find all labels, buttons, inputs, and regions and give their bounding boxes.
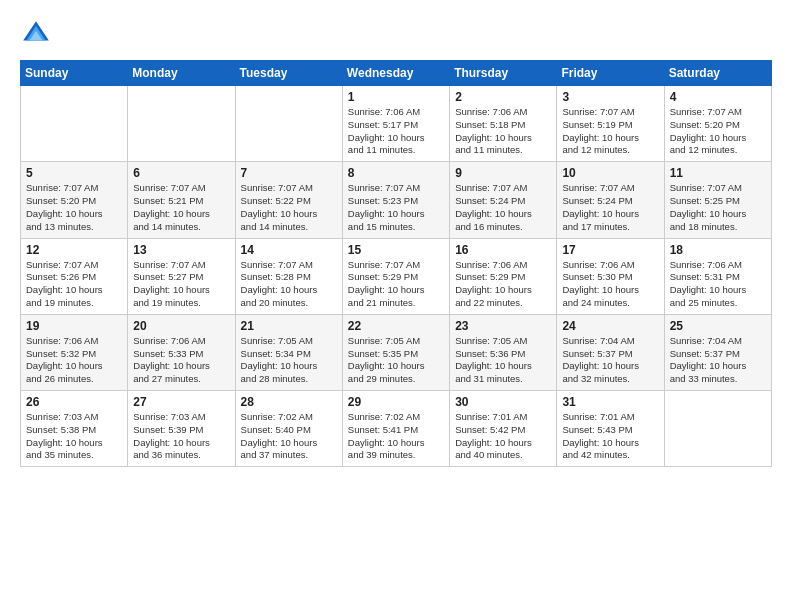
day-number: 16 <box>455 243 551 257</box>
day-cell: 5Sunrise: 7:07 AMSunset: 5:20 PMDaylight… <box>21 162 128 238</box>
day-cell <box>128 86 235 162</box>
day-number: 4 <box>670 90 766 104</box>
day-cell: 13Sunrise: 7:07 AMSunset: 5:27 PMDayligh… <box>128 238 235 314</box>
day-info: Sunrise: 7:07 AMSunset: 5:20 PMDaylight:… <box>670 106 766 157</box>
day-info: Sunrise: 7:01 AMSunset: 5:42 PMDaylight:… <box>455 411 551 462</box>
day-info: Sunrise: 7:07 AMSunset: 5:21 PMDaylight:… <box>133 182 229 233</box>
day-info: Sunrise: 7:05 AMSunset: 5:35 PMDaylight:… <box>348 335 444 386</box>
week-row-5: 26Sunrise: 7:03 AMSunset: 5:38 PMDayligh… <box>21 391 772 467</box>
day-info: Sunrise: 7:06 AMSunset: 5:33 PMDaylight:… <box>133 335 229 386</box>
day-cell: 25Sunrise: 7:04 AMSunset: 5:37 PMDayligh… <box>664 314 771 390</box>
day-info: Sunrise: 7:07 AMSunset: 5:22 PMDaylight:… <box>241 182 337 233</box>
day-number: 21 <box>241 319 337 333</box>
day-number: 9 <box>455 166 551 180</box>
day-number: 18 <box>670 243 766 257</box>
day-number: 6 <box>133 166 229 180</box>
day-info: Sunrise: 7:07 AMSunset: 5:28 PMDaylight:… <box>241 259 337 310</box>
day-info: Sunrise: 7:07 AMSunset: 5:24 PMDaylight:… <box>562 182 658 233</box>
day-number: 12 <box>26 243 122 257</box>
day-cell: 26Sunrise: 7:03 AMSunset: 5:38 PMDayligh… <box>21 391 128 467</box>
day-number: 15 <box>348 243 444 257</box>
day-number: 23 <box>455 319 551 333</box>
day-info: Sunrise: 7:07 AMSunset: 5:27 PMDaylight:… <box>133 259 229 310</box>
day-cell: 28Sunrise: 7:02 AMSunset: 5:40 PMDayligh… <box>235 391 342 467</box>
day-number: 3 <box>562 90 658 104</box>
day-cell: 1Sunrise: 7:06 AMSunset: 5:17 PMDaylight… <box>342 86 449 162</box>
day-info: Sunrise: 7:06 AMSunset: 5:31 PMDaylight:… <box>670 259 766 310</box>
page: SundayMondayTuesdayWednesdayThursdayFrid… <box>0 0 792 612</box>
day-cell: 16Sunrise: 7:06 AMSunset: 5:29 PMDayligh… <box>450 238 557 314</box>
day-cell: 8Sunrise: 7:07 AMSunset: 5:23 PMDaylight… <box>342 162 449 238</box>
day-number: 7 <box>241 166 337 180</box>
day-number: 27 <box>133 395 229 409</box>
week-row-1: 1Sunrise: 7:06 AMSunset: 5:17 PMDaylight… <box>21 86 772 162</box>
day-number: 5 <box>26 166 122 180</box>
day-number: 10 <box>562 166 658 180</box>
day-cell: 19Sunrise: 7:06 AMSunset: 5:32 PMDayligh… <box>21 314 128 390</box>
day-cell: 30Sunrise: 7:01 AMSunset: 5:42 PMDayligh… <box>450 391 557 467</box>
day-info: Sunrise: 7:04 AMSunset: 5:37 PMDaylight:… <box>670 335 766 386</box>
day-number: 30 <box>455 395 551 409</box>
day-cell: 31Sunrise: 7:01 AMSunset: 5:43 PMDayligh… <box>557 391 664 467</box>
day-number: 11 <box>670 166 766 180</box>
day-cell: 7Sunrise: 7:07 AMSunset: 5:22 PMDaylight… <box>235 162 342 238</box>
weekday-header-sunday: Sunday <box>21 61 128 86</box>
weekday-header-friday: Friday <box>557 61 664 86</box>
day-info: Sunrise: 7:05 AMSunset: 5:36 PMDaylight:… <box>455 335 551 386</box>
weekday-header-monday: Monday <box>128 61 235 86</box>
day-info: Sunrise: 7:03 AMSunset: 5:39 PMDaylight:… <box>133 411 229 462</box>
day-cell: 29Sunrise: 7:02 AMSunset: 5:41 PMDayligh… <box>342 391 449 467</box>
day-cell: 18Sunrise: 7:06 AMSunset: 5:31 PMDayligh… <box>664 238 771 314</box>
weekday-header-row: SundayMondayTuesdayWednesdayThursdayFrid… <box>21 61 772 86</box>
day-cell: 14Sunrise: 7:07 AMSunset: 5:28 PMDayligh… <box>235 238 342 314</box>
day-info: Sunrise: 7:06 AMSunset: 5:32 PMDaylight:… <box>26 335 122 386</box>
day-cell <box>664 391 771 467</box>
header <box>20 18 772 50</box>
day-cell: 3Sunrise: 7:07 AMSunset: 5:19 PMDaylight… <box>557 86 664 162</box>
day-info: Sunrise: 7:01 AMSunset: 5:43 PMDaylight:… <box>562 411 658 462</box>
day-info: Sunrise: 7:07 AMSunset: 5:20 PMDaylight:… <box>26 182 122 233</box>
day-number: 24 <box>562 319 658 333</box>
logo <box>20 18 56 50</box>
day-info: Sunrise: 7:06 AMSunset: 5:17 PMDaylight:… <box>348 106 444 157</box>
day-cell: 10Sunrise: 7:07 AMSunset: 5:24 PMDayligh… <box>557 162 664 238</box>
day-info: Sunrise: 7:07 AMSunset: 5:25 PMDaylight:… <box>670 182 766 233</box>
day-number: 26 <box>26 395 122 409</box>
weekday-header-tuesday: Tuesday <box>235 61 342 86</box>
week-row-4: 19Sunrise: 7:06 AMSunset: 5:32 PMDayligh… <box>21 314 772 390</box>
day-info: Sunrise: 7:07 AMSunset: 5:24 PMDaylight:… <box>455 182 551 233</box>
day-info: Sunrise: 7:02 AMSunset: 5:41 PMDaylight:… <box>348 411 444 462</box>
day-cell <box>235 86 342 162</box>
day-number: 1 <box>348 90 444 104</box>
day-info: Sunrise: 7:05 AMSunset: 5:34 PMDaylight:… <box>241 335 337 386</box>
day-cell: 21Sunrise: 7:05 AMSunset: 5:34 PMDayligh… <box>235 314 342 390</box>
day-cell: 9Sunrise: 7:07 AMSunset: 5:24 PMDaylight… <box>450 162 557 238</box>
day-number: 25 <box>670 319 766 333</box>
day-number: 17 <box>562 243 658 257</box>
day-number: 28 <box>241 395 337 409</box>
day-info: Sunrise: 7:04 AMSunset: 5:37 PMDaylight:… <box>562 335 658 386</box>
day-number: 22 <box>348 319 444 333</box>
day-number: 29 <box>348 395 444 409</box>
day-cell: 23Sunrise: 7:05 AMSunset: 5:36 PMDayligh… <box>450 314 557 390</box>
day-cell: 20Sunrise: 7:06 AMSunset: 5:33 PMDayligh… <box>128 314 235 390</box>
week-row-3: 12Sunrise: 7:07 AMSunset: 5:26 PMDayligh… <box>21 238 772 314</box>
day-info: Sunrise: 7:07 AMSunset: 5:19 PMDaylight:… <box>562 106 658 157</box>
day-cell: 12Sunrise: 7:07 AMSunset: 5:26 PMDayligh… <box>21 238 128 314</box>
day-info: Sunrise: 7:06 AMSunset: 5:29 PMDaylight:… <box>455 259 551 310</box>
day-info: Sunrise: 7:07 AMSunset: 5:23 PMDaylight:… <box>348 182 444 233</box>
day-cell: 24Sunrise: 7:04 AMSunset: 5:37 PMDayligh… <box>557 314 664 390</box>
day-number: 8 <box>348 166 444 180</box>
day-cell: 4Sunrise: 7:07 AMSunset: 5:20 PMDaylight… <box>664 86 771 162</box>
day-cell: 27Sunrise: 7:03 AMSunset: 5:39 PMDayligh… <box>128 391 235 467</box>
day-number: 13 <box>133 243 229 257</box>
day-number: 19 <box>26 319 122 333</box>
day-info: Sunrise: 7:03 AMSunset: 5:38 PMDaylight:… <box>26 411 122 462</box>
day-cell: 15Sunrise: 7:07 AMSunset: 5:29 PMDayligh… <box>342 238 449 314</box>
weekday-header-wednesday: Wednesday <box>342 61 449 86</box>
day-info: Sunrise: 7:06 AMSunset: 5:30 PMDaylight:… <box>562 259 658 310</box>
day-info: Sunrise: 7:07 AMSunset: 5:29 PMDaylight:… <box>348 259 444 310</box>
day-cell <box>21 86 128 162</box>
day-cell: 2Sunrise: 7:06 AMSunset: 5:18 PMDaylight… <box>450 86 557 162</box>
day-info: Sunrise: 7:06 AMSunset: 5:18 PMDaylight:… <box>455 106 551 157</box>
